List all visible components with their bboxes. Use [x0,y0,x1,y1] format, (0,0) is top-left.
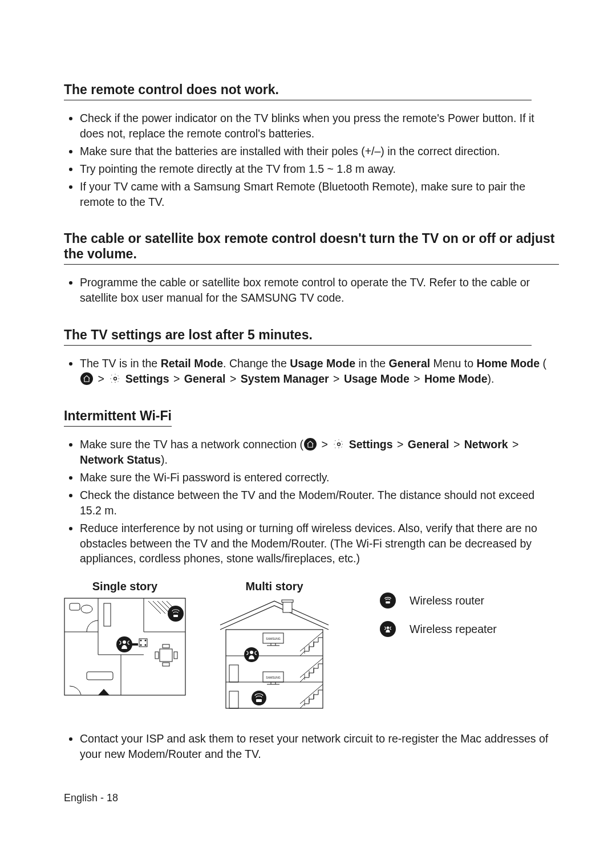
router-icon [380,593,396,608]
svg-rect-22 [87,672,113,680]
svg-point-10 [81,605,92,613]
diagram-title: Multi story [245,580,303,593]
samsung-label: SAMSUNG [266,676,280,679]
svg-rect-17 [160,649,172,662]
svg-rect-19 [174,652,177,659]
path-network: Network [464,438,508,451]
house-section-illustration: SAMSUNG SAMSUNG [214,598,334,709]
svg-point-31 [116,636,132,652]
list-item: Make sure the Wi-Fi password is entered … [80,470,559,485]
path-network-status: Network Status [80,453,161,466]
text: . Change the [223,357,290,370]
text: Menu to [430,357,476,370]
list-item: The TV is in the Retail Mode. Change the… [80,356,559,387]
svg-line-38 [300,632,323,651]
text: ( [540,357,546,370]
list-item: Check the distance between the TV and th… [80,488,559,518]
svg-point-29 [168,606,184,622]
diagram-single-story: Single story [64,580,186,696]
svg-point-61 [250,651,253,654]
text-bold: Home Mode [476,357,540,370]
text-bold: Usage Mode [290,357,355,370]
list-item: Make sure that the batteries are install… [80,144,559,159]
svg-rect-9 [70,603,80,610]
list-item: If your TV came with a Samsung Smart Rem… [80,179,559,210]
list-wifi-continued: Contact your ISP and ask them to reset y… [64,731,559,762]
separator: > [98,372,104,385]
svg-rect-33 [283,601,292,612]
path-settings: Settings [125,372,169,385]
svg-rect-20 [163,644,169,648]
diagram-row: Single story [64,580,559,709]
heading-settings-lost: The TV settings are lost after 5 minutes… [64,327,532,346]
diagram-title: Single story [92,580,157,593]
svg-rect-34 [282,600,293,602]
path-home-mode: Home Mode [424,372,488,385]
svg-rect-30 [173,615,178,617]
diagram-multi-story: Multi story [214,580,334,709]
list-item: Programme the cable or satellite box rem… [80,275,559,306]
text-bold: General [389,357,431,370]
list-item: Check if the power indicator on the TV b… [80,111,559,141]
path-general: General [184,372,226,385]
svg-point-26 [140,644,142,646]
text: The TV is in the [80,357,161,370]
text: in the [355,357,389,370]
settings-icon [333,438,345,451]
samsung-label: SAMSUNG [266,637,280,640]
list-remote: Check if the power indicator on the TV b… [64,111,559,209]
text-bold: Retail Mode [161,357,223,370]
floorplan-illustration [64,598,186,696]
separator: > [397,438,403,451]
svg-rect-18 [155,652,159,659]
home-icon [304,438,317,451]
svg-rect-51 [229,691,238,708]
svg-point-65 [387,627,390,630]
footer-page-number: 18 [107,792,118,804]
path-system-manager: System Manager [241,372,329,385]
list-cable: Programme the cable or satellite box rem… [64,275,559,306]
footer-sep: - [98,792,107,804]
text: Make sure the TV has a network connectio… [80,438,303,451]
path-usage-mode: Usage Mode [344,372,410,385]
heading-cable: The cable or satellite box remote contro… [64,231,559,265]
separator: > [173,372,180,385]
svg-line-40 [300,684,323,704]
page-footer: English - 18 [64,792,118,804]
svg-rect-63 [256,699,262,702]
separator: > [333,372,339,385]
repeater-icon [380,621,396,637]
text: ). [161,453,168,466]
heading-remote: The remote control does not work. [64,82,532,100]
svg-point-25 [145,640,147,642]
svg-line-39 [300,658,323,677]
svg-point-24 [140,640,142,642]
list-item: Try pointing the remote directly at the … [80,161,559,177]
legend-label: Wireless router [410,594,484,607]
svg-point-60 [244,647,259,662]
list-wifi: Make sure the TV has a network connectio… [64,437,559,566]
footer-language: English [64,792,98,804]
list-item: Contact your ISP and ask them to reset y… [80,731,559,762]
svg-rect-21 [163,663,169,666]
svg-rect-11 [104,603,111,626]
diagram-legend: Wireless router Wireless repeater [380,593,497,637]
svg-point-27 [145,644,147,646]
svg-point-0 [114,378,117,380]
page: The remote control does not work. Check … [0,0,616,852]
svg-point-32 [123,640,126,644]
settings-icon [109,372,121,385]
svg-rect-64 [386,602,390,604]
separator: > [414,372,420,385]
list-settings-lost: The TV is in the Retail Mode. Change the… [64,356,559,387]
home-icon [80,372,93,385]
svg-point-62 [252,691,266,705]
list-item: Make sure the TV has a network connectio… [80,437,559,468]
legend-row-repeater: Wireless repeater [380,621,497,637]
legend-label: Wireless repeater [410,623,497,636]
separator: > [230,372,236,385]
svg-rect-50 [229,665,238,682]
svg-point-1 [338,443,341,445]
text: ). [488,372,495,385]
separator: > [512,438,518,451]
